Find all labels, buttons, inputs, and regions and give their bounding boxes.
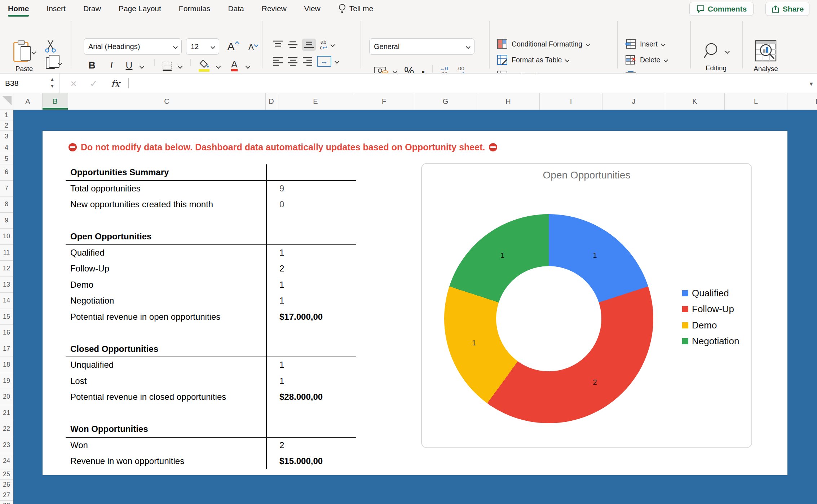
align-center-button[interactable] — [287, 57, 298, 66]
column-header-F[interactable]: F — [354, 93, 414, 110]
share-button[interactable]: Share — [765, 2, 809, 16]
row-header-3[interactable]: 3 — [0, 131, 13, 142]
menu-item-insert[interactable]: Insert — [47, 0, 66, 17]
section-title[interactable]: Opportunities Summary — [70, 164, 169, 181]
row-header-18[interactable]: 18 — [0, 357, 13, 373]
row-header-15[interactable]: 15 — [0, 309, 13, 325]
increase-font-size-button[interactable]: A — [224, 38, 242, 55]
row-header-4[interactable]: 4 — [0, 142, 13, 153]
row-header-10[interactable]: 10 — [0, 229, 13, 245]
align-middle-button[interactable] — [287, 40, 298, 49]
formula-input[interactable] — [132, 74, 803, 93]
metric-label[interactable]: Potential revenue in open opportunities — [70, 309, 220, 325]
metric-value[interactable]: $15.000,00 — [279, 453, 323, 469]
borders-chevron[interactable] — [176, 63, 184, 70]
metric-value[interactable]: 9 — [279, 181, 284, 197]
menu-item-home[interactable]: Home — [8, 0, 29, 17]
metric-label[interactable]: Follow-Up — [70, 261, 109, 277]
insert-cells-button[interactable]: Insert — [625, 37, 665, 51]
format-as-table-button[interactable]: Format as Table — [497, 53, 569, 67]
font-size-select[interactable]: 12 — [186, 38, 219, 55]
menu-item-review[interactable]: Review — [262, 0, 287, 17]
row-header-13[interactable]: 13 — [0, 277, 13, 293]
row-header-6[interactable]: 6 — [0, 164, 13, 181]
row-header-20[interactable]: 20 — [0, 389, 13, 405]
menu-item-data[interactable]: Data — [228, 0, 244, 17]
menu-item-draw[interactable]: Draw — [83, 0, 101, 17]
delete-cells-button[interactable]: Delete — [625, 53, 667, 67]
metric-label[interactable]: Unqualified — [70, 357, 114, 373]
metric-value[interactable]: 1 — [279, 277, 284, 293]
column-header-E[interactable]: E — [277, 93, 354, 110]
row-header-27[interactable]: 27 — [0, 490, 13, 501]
row-header-12[interactable]: 12 — [0, 261, 13, 277]
row-header-17[interactable]: 17 — [0, 341, 13, 357]
column-header-C[interactable]: C — [68, 93, 266, 110]
open-opportunities-chart[interactable]: Open Opportunities 1211 QualifiedFollow-… — [421, 163, 752, 448]
expand-formula-bar-button[interactable]: ▼ — [807, 79, 816, 88]
row-header-9[interactable]: 9 — [0, 213, 13, 229]
align-right-button[interactable] — [302, 57, 313, 66]
row-header-21[interactable]: 21 — [0, 405, 13, 421]
font-name-select[interactable]: Arial (Headings) — [84, 38, 182, 55]
column-header-A[interactable]: A — [13, 93, 43, 110]
column-header-B[interactable]: B — [43, 93, 68, 110]
metric-value[interactable]: 0 — [279, 196, 284, 213]
underline-button[interactable]: U — [122, 58, 136, 73]
wrap-text-button[interactable]: ab c↩ — [320, 39, 327, 50]
row-header-23[interactable]: 23 — [0, 437, 13, 454]
metric-label[interactable]: Lost — [70, 373, 87, 389]
section-title[interactable]: Closed Opportunities — [70, 341, 158, 357]
decrease-font-size-button[interactable]: A — [245, 40, 261, 55]
paste-button[interactable]: Paste — [9, 37, 40, 77]
row-header-25[interactable]: 25 — [0, 469, 13, 480]
column-header-L[interactable]: L — [725, 93, 787, 110]
metric-value[interactable]: $17.000,00 — [279, 309, 323, 325]
select-all-corner[interactable] — [0, 93, 13, 110]
menu-item-formulas[interactable]: Formulas — [179, 0, 211, 17]
metric-label[interactable]: New opportunities created this month — [70, 196, 213, 213]
align-bottom-button[interactable] — [302, 39, 316, 51]
row-header-16[interactable]: 16 — [0, 325, 13, 341]
warning-row[interactable]: Do not modify data below. Dashboard data… — [69, 142, 497, 153]
align-left-button[interactable] — [273, 57, 283, 66]
row-header-19[interactable]: 19 — [0, 373, 13, 389]
conditional-formatting-button[interactable]: Conditional Formatting — [497, 37, 589, 51]
column-header-H[interactable]: H — [477, 93, 540, 110]
cancel-button[interactable]: × — [67, 77, 80, 90]
metric-label[interactable]: Total opportunities — [70, 181, 141, 197]
italic-button[interactable]: I — [104, 58, 119, 73]
column-header-J[interactable]: J — [602, 93, 665, 110]
row-header-5[interactable]: 5 — [0, 153, 13, 164]
metric-value[interactable]: 2 — [279, 261, 284, 277]
row-header-7[interactable]: 7 — [0, 181, 13, 197]
row-header-2[interactable]: 2 — [0, 120, 13, 131]
menu-item-view[interactable]: View — [304, 0, 321, 17]
name-box-spinner[interactable]: ▲ ▼ — [50, 76, 55, 89]
metric-value[interactable]: $28.000,00 — [279, 389, 323, 405]
font-color-button[interactable]: A — [228, 57, 241, 71]
wrap-text-chevron[interactable] — [330, 43, 335, 47]
metric-label[interactable]: Negotiation — [70, 293, 114, 309]
insert-function-button[interactable]: fx — [108, 76, 123, 91]
fill-color-chevron[interactable] — [214, 63, 222, 70]
name-box[interactable]: B38 — [5, 74, 18, 93]
row-header-11[interactable]: 11 — [0, 245, 13, 261]
font-color-chevron[interactable] — [244, 63, 252, 70]
row-header-1[interactable]: 1 — [0, 110, 13, 120]
editing-button[interactable]: Editing — [699, 37, 733, 77]
align-top-button[interactable] — [273, 40, 283, 49]
enter-button[interactable]: ✓ — [87, 77, 100, 90]
metric-value[interactable]: 2 — [279, 437, 284, 454]
metric-label[interactable]: Won — [70, 437, 88, 454]
column-header-M[interactable]: M — [787, 93, 817, 110]
menu-item-page-layout[interactable]: Page Layout — [119, 0, 161, 17]
bold-button[interactable]: B — [84, 58, 100, 73]
column-header-D[interactable]: D — [266, 93, 277, 110]
underline-options-chevron[interactable] — [138, 63, 146, 70]
row-header-24[interactable]: 24 — [0, 453, 13, 469]
comments-button[interactable]: Comments — [689, 2, 754, 16]
column-header-G[interactable]: G — [414, 93, 477, 110]
metric-label[interactable]: Revenue in won opportunities — [70, 453, 184, 469]
metric-value[interactable]: 1 — [279, 357, 284, 373]
